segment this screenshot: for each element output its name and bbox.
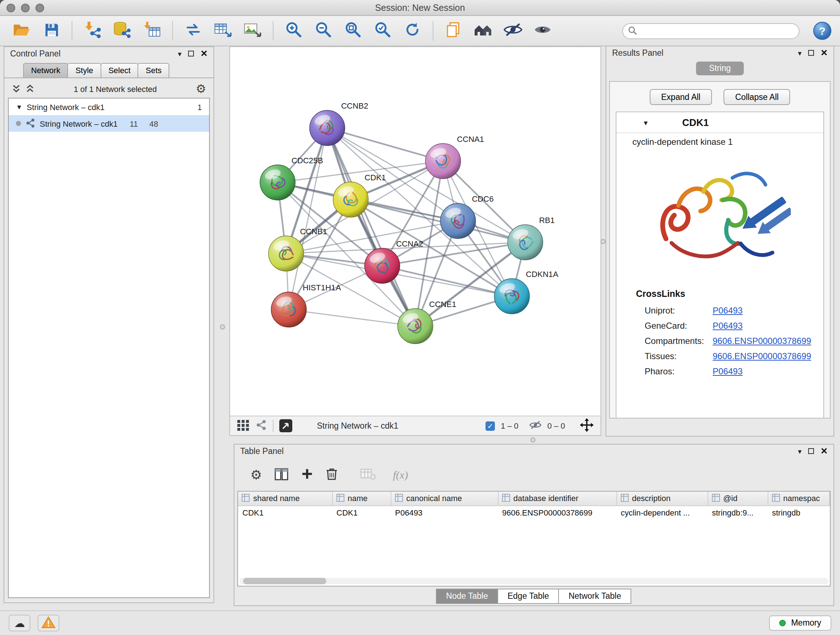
zoom-fit-content-button[interactable]: [340, 19, 366, 43]
hide-selected-button[interactable]: [500, 19, 526, 43]
panel-close-icon[interactable]: ✕: [821, 446, 828, 456]
network-node-CDKN1A[interactable]: CDKN1A: [494, 270, 558, 314]
zoom-out-icon: [315, 21, 332, 41]
memory-button[interactable]: Memory: [769, 616, 831, 631]
collapse-all-button[interactable]: Collapse All: [723, 89, 790, 105]
minimize-window-button[interactable]: [21, 3, 30, 12]
network-node-RB1[interactable]: RB1: [508, 216, 554, 260]
pharos-link[interactable]: P06493: [713, 366, 743, 376]
help-button[interactable]: ?: [813, 22, 831, 40]
birds-eye-view-icon[interactable]: [237, 419, 249, 432]
show-all-button[interactable]: [530, 19, 556, 43]
export-image-button[interactable]: [240, 19, 265, 43]
column-header-database-identifier[interactable]: database identifier: [498, 492, 616, 505]
tab-node-table[interactable]: Node Table: [436, 589, 498, 604]
network-collection-row[interactable]: ▼ String Network – cdk1 1: [9, 98, 209, 115]
panel-float-icon[interactable]: ▾: [798, 447, 802, 455]
zoom-selected-button[interactable]: [370, 19, 396, 43]
network-options-gear-icon[interactable]: ⚙: [196, 83, 206, 95]
zoom-out-button[interactable]: [310, 19, 336, 43]
network-edge-CCNB2-CCNA1[interactable]: [327, 128, 443, 161]
warnings-button[interactable]: [38, 615, 59, 631]
network-node-HIST1H1A[interactable]: HIST1H1A: [271, 283, 341, 327]
import-network-from-file-button[interactable]: [80, 19, 106, 43]
search-input[interactable]: [622, 23, 799, 39]
network-node-label: CCNA1: [457, 135, 484, 144]
column-header-shared-name[interactable]: shared name: [238, 492, 332, 505]
network-node-CCNA1[interactable]: CCNA1: [425, 135, 484, 179]
column-header-canonical-name[interactable]: canonical name: [391, 492, 498, 505]
splitter-handle[interactable]: [220, 325, 225, 329]
tab-network-table[interactable]: Network Table: [559, 589, 631, 604]
tree-expand-icon[interactable]: ▼: [16, 103, 22, 111]
network-edge-CCNB2-HIST1H1A[interactable]: [289, 128, 327, 310]
panel-close-icon[interactable]: ✕: [821, 48, 828, 58]
import-network-from-database-button[interactable]: [109, 19, 135, 43]
export-view-button[interactable]: [279, 419, 292, 432]
column-header-name[interactable]: name: [332, 492, 391, 505]
network-share-icon[interactable]: [256, 419, 267, 432]
uniprot-link[interactable]: P06493: [713, 305, 743, 315]
column-header-namespace[interactable]: namespac: [767, 492, 829, 505]
network-node-CCNB1[interactable]: CCNB1: [268, 227, 327, 271]
panel-float-icon[interactable]: ▾: [178, 50, 182, 57]
close-window-button[interactable]: [6, 3, 15, 12]
panel-maximize-icon[interactable]: [808, 448, 814, 454]
expand-all-networks-icon[interactable]: [25, 84, 35, 95]
zoom-in-button[interactable]: [281, 19, 307, 43]
network-edge-HIST1H1A-CCNE1[interactable]: [289, 310, 415, 326]
network-node-CDK1[interactable]: CDK1: [333, 173, 386, 217]
compartments-link[interactable]: 9606.ENSP00000378699: [713, 336, 811, 346]
tab-network[interactable]: Network: [23, 63, 68, 78]
delete-column-button[interactable]: [325, 467, 338, 483]
table-settings-button[interactable]: ⚙: [250, 469, 262, 481]
collapse-all-networks-icon[interactable]: [11, 84, 21, 95]
string-home-button[interactable]: [470, 19, 496, 43]
panel-maximize-icon[interactable]: [188, 51, 194, 57]
cell-description: cyclin-dependent ...: [616, 505, 707, 519]
tissues-link[interactable]: 9606.ENSP00000378699: [713, 351, 811, 361]
trash-icon: [325, 467, 338, 483]
column-header-description[interactable]: description: [616, 492, 707, 505]
network-edge-CCNB2-CCNE1[interactable]: [327, 128, 415, 326]
genecard-link[interactable]: P06493: [713, 320, 743, 331]
collapse-section-icon[interactable]: ▼: [643, 119, 649, 126]
duplicate-network-button[interactable]: [441, 19, 467, 43]
network-row[interactable]: String Network – cdk1 11 48: [9, 115, 209, 132]
create-column-button[interactable]: [301, 468, 313, 482]
tab-edge-table[interactable]: Edge Table: [497, 589, 559, 604]
show-columns-button[interactable]: [274, 467, 289, 483]
crosslinks-heading: CrossLinks: [636, 289, 816, 299]
network-node-CCNB2[interactable]: CCNB2: [309, 101, 368, 146]
export-network-button[interactable]: [180, 19, 206, 43]
tab-style[interactable]: Style: [68, 63, 101, 78]
tab-sets[interactable]: Sets: [138, 63, 170, 78]
selected-elements-checkbox-icon[interactable]: ✓: [485, 421, 495, 431]
cloud-status-button[interactable]: ☁: [9, 615, 30, 631]
tab-string[interactable]: String: [696, 62, 744, 75]
protein-card-header[interactable]: ▼ CDK1: [616, 112, 823, 133]
scrollbar-thumb[interactable]: [243, 578, 326, 584]
column-header-id[interactable]: @id: [707, 492, 767, 505]
open-session-button[interactable]: [9, 19, 35, 43]
panel-close-icon[interactable]: ✕: [201, 49, 208, 59]
zoom-window-button[interactable]: [35, 3, 44, 12]
tab-select[interactable]: Select: [101, 63, 139, 78]
save-session-button[interactable]: [38, 19, 65, 43]
import-table-from-file-button[interactable]: [139, 19, 165, 43]
panel-maximize-icon[interactable]: [808, 50, 814, 56]
export-table-button[interactable]: [210, 19, 236, 43]
expand-all-button[interactable]: Expand All: [650, 89, 712, 105]
splitter-handle[interactable]: [531, 437, 535, 442]
network-canvas[interactable]: CCNB2CCNA1CDC25BCDK1CDC6RB1CCNB1CCNA2CDK…: [230, 47, 600, 416]
table-row[interactable]: CDK1 CDK1 P06493 9606.ENSP00000378699 cy…: [238, 505, 829, 519]
control-panel-title: Control Panel: [10, 49, 60, 58]
function-builder-icon[interactable]: f(x): [393, 469, 408, 481]
panel-float-icon[interactable]: ▾: [798, 49, 802, 57]
horizontal-scrollbar[interactable]: [240, 578, 829, 584]
hidden-elements-eye-slash-icon[interactable]: [529, 420, 542, 432]
splitter-handle[interactable]: [600, 239, 606, 244]
delete-table-button[interactable]: [360, 467, 376, 483]
refresh-view-button[interactable]: [399, 19, 425, 43]
pan-crosshair-icon[interactable]: [579, 418, 594, 434]
